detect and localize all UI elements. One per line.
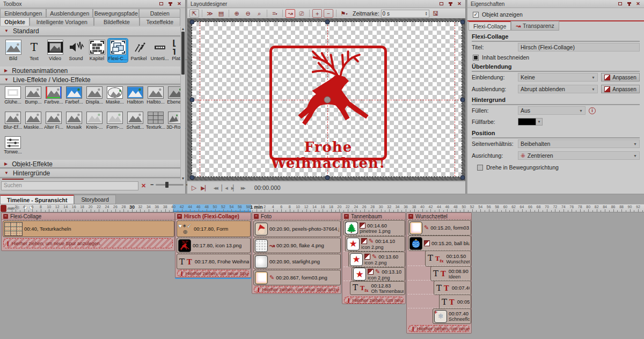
close-icon[interactable]: ✕: [635, 2, 641, 6]
timeline-ruler[interactable]: min ❄ ♥ ♥ 246810121416182022242628303234…: [0, 204, 644, 212]
collapse-group-icon[interactable]: −: [254, 214, 259, 219]
maximize-icon[interactable]: [617, 2, 623, 6]
timeline-item[interactable]: ★✎00:13.60icon 2.png: [348, 252, 405, 267]
new-track-dropzone[interactable]: ❙Hierher ziehen, um neue Spur anzule...: [254, 286, 339, 293]
zeitmarke-input[interactable]: 0 s ▲▼: [381, 10, 429, 18]
ausrichtung-dropdown[interactable]: ⁜ Zentrieren▼: [518, 151, 640, 160]
collapse-group-icon[interactable]: −: [177, 214, 182, 219]
collapse-group-icon[interactable]: −: [344, 214, 349, 219]
tab-objekte[interactable]: Objekte: [0, 17, 30, 26]
fuellen-dropdown[interactable]: Aus▼: [518, 106, 586, 115]
ausblendung-anpassen-button[interactable]: Anpassen: [601, 85, 640, 93]
marker-flag-icon[interactable]: ⚑▾: [339, 9, 349, 18]
tool-flexi-c-[interactable]: Flexi-C...: [108, 39, 128, 62]
timeline-item[interactable]: ＋❄00:07.40Schneeflo: [433, 308, 471, 324]
select-tool-icon[interactable]: ⇱: [189, 9, 199, 18]
tool-sound[interactable]: Sound: [66, 39, 86, 62]
pin-icon[interactable]: [167, 2, 173, 6]
skip-start-icon[interactable]: ▏◂: [222, 185, 227, 191]
effect-gl-he-[interactable]: Glühe...: [3, 86, 23, 105]
timeline-item[interactable]: TTfx00:12.83Oh Tannenbaum: [350, 281, 405, 295]
tool-text[interactable]: TText: [24, 39, 44, 62]
effect-halbton[interactable]: Halbton: [126, 86, 145, 105]
effect-displa-[interactable]: Displa...: [85, 86, 104, 105]
zoom-in-icon[interactable]: ⊕: [232, 9, 241, 18]
rotate-direction-checkbox[interactable]: Drehe in Bewegungsrichtung: [477, 164, 559, 171]
chevron-down-icon[interactable]: ▼: [536, 118, 543, 126]
resize-handle-w[interactable]: [190, 98, 195, 102]
spinner-arrows-icon[interactable]: ▲▼: [425, 11, 428, 16]
timeline-item[interactable]: 00:40, Texturkacheln: [3, 220, 174, 237]
zoom-slider[interactable]: [156, 184, 184, 186]
tab-ausblendungen[interactable]: Ausblendungen: [46, 9, 92, 17]
effect-farbve-[interactable]: Farbve...: [44, 86, 63, 105]
collapse-group-icon[interactable]: −: [3, 214, 8, 219]
fast-forward-icon[interactable]: ▸▸: [241, 185, 245, 191]
tab-transparenz[interactable]: ↝ Transparenz: [511, 21, 559, 31]
tool-kapitel[interactable]: Kapitel: [87, 39, 107, 62]
timeline-item[interactable]: 00:20.90, starlight.png: [253, 254, 341, 269]
timeline-item[interactable]: 00:15.20, ball blue.png: [408, 235, 471, 251]
timeline-item[interactable]: ↝00:20.90, flake 4.png: [253, 238, 341, 253]
track-group-header[interactable]: −Foto: [252, 213, 341, 220]
section-live-effekte[interactable]: ▼ Live-Effekte / Video-Effekte: [0, 76, 180, 84]
info-icon[interactable]: i: [589, 107, 596, 114]
effect-bump-[interactable]: Bump...: [24, 86, 43, 105]
zoom-fit-icon[interactable]: ⌕: [254, 9, 264, 18]
zoom-out-icon[interactable]: ⊖: [243, 9, 253, 18]
effect-tonwe-[interactable]: Tonwe...: [3, 136, 23, 154]
timeline-item[interactable]: 00:20.90, pexels-photo-37664.jpeg: [253, 220, 341, 237]
playhead-marker[interactable]: [1, 205, 6, 212]
section-routenanimationen[interactable]: ▶ Routenanimationen: [0, 67, 180, 75]
effect-farbef-[interactable]: Farbef...: [64, 86, 84, 105]
timeline-item[interactable]: 🌲00:14.60pinetree 1.png: [343, 220, 405, 236]
tab-texteffekte[interactable]: Texteffekte: [140, 17, 181, 26]
greeting-text[interactable]: Frohe Weihnachten!: [269, 139, 387, 171]
clip-content-checkbox[interactable]: Inhalt beschneiden: [473, 54, 529, 61]
effect-texturk-[interactable]: Texturk...: [146, 112, 165, 130]
add-keyframe-icon[interactable]: ＋: [312, 9, 322, 18]
toolbox-scrollbar[interactable]: ▲ ▼: [180, 27, 185, 180]
effect-blur-ef-[interactable]: Blur-Ef...: [3, 112, 23, 130]
resize-handle-ne[interactable]: [460, 20, 465, 25]
timeline-item[interactable]: TTfx00:10.50Wunschzettel:: [425, 250, 471, 267]
tab-einblendungen[interactable]: Einblendungen: [0, 9, 46, 17]
resize-handle-se[interactable]: [460, 175, 465, 180]
search-input[interactable]: Suchen: [1, 181, 138, 190]
maximize-icon[interactable]: [438, 2, 444, 6]
close-icon[interactable]: ✕: [457, 2, 462, 6]
effect-mosaik[interactable]: Mosaik: [64, 112, 84, 130]
einblendung-anpassen-button[interactable]: Anpassen: [601, 73, 640, 82]
timeline-item[interactable]: ★✎00:13.10icon 2.png: [352, 267, 405, 281]
effect-halbto-[interactable]: Halbto...: [146, 86, 165, 105]
timeline-item[interactable]: ★✎00:14.10icon 2.png: [345, 236, 405, 252]
remove-keyframe-icon[interactable]: －: [324, 9, 333, 18]
motion-path-icon[interactable]: ↝: [286, 9, 295, 18]
timeline-item[interactable]: ✎00:20.867, form03.png: [253, 270, 341, 285]
timeline-item[interactable]: 00:17.80, icon 13.png: [177, 238, 251, 253]
resize-handle-sw[interactable]: [190, 175, 195, 180]
effect-maske-[interactable]: Maske...: [105, 86, 125, 105]
section-standard[interactable]: ▼ Standard: [0, 27, 180, 35]
maximize-icon[interactable]: [158, 2, 164, 6]
section-hintergruende[interactable]: ▼ Hintergründe: [0, 169, 180, 177]
resize-handle-nw[interactable]: [190, 20, 195, 25]
grid-icon[interactable]: ⌗▾: [270, 9, 280, 18]
ausblendung-dropdown[interactable]: Abrupt abblenden▼: [518, 85, 598, 93]
collapse-group-icon[interactable]: −: [408, 214, 413, 219]
tab-bewegungspfade[interactable]: Bewegungspfade: [93, 9, 139, 17]
play-from-here-icon[interactable]: ▶▏: [201, 185, 209, 191]
effect-maskie-[interactable]: Maskie...: [24, 112, 43, 130]
layout-presets-icon[interactable]: ▤: [216, 9, 226, 18]
timeline-item[interactable]: TT00:07.40: [434, 281, 471, 295]
effect-alter-fi-[interactable]: Alter Fi...: [44, 112, 63, 130]
new-track-dropzone[interactable]: ❙Hierher ziehen, um neue Spur anzulegen.: [3, 238, 173, 248]
pin-icon[interactable]: [448, 2, 453, 6]
effect-kreis-[interactable]: Kreis-...: [85, 112, 104, 130]
timeline-item[interactable]: TT00:17.80, Frohe Weihnachten!: [177, 254, 251, 269]
timeline-item[interactable]: TT00:08.90Ideen: [430, 266, 471, 281]
seitenverhaeltnis-dropdown[interactable]: Beibehalten▼: [518, 139, 640, 148]
skip-end-icon[interactable]: ▸▏: [231, 185, 237, 191]
tool-video[interactable]: Video: [45, 39, 65, 62]
tool-bild[interactable]: Bild: [3, 39, 23, 62]
